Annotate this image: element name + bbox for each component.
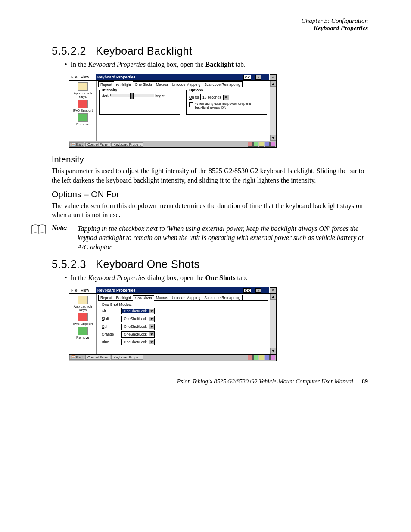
start-button[interactable]: 🪟Start (69, 355, 84, 360)
task-control-panel[interactable]: Control Panel (85, 355, 110, 360)
label-ctrl: Ctrl (102, 324, 118, 329)
header-subject: Keyboard Properties (52, 25, 368, 32)
tray-icon[interactable] (270, 142, 275, 147)
paragraph-intensity: This parameter is used to adjust the lig… (52, 166, 368, 185)
external-power-checkbox[interactable] (189, 102, 193, 107)
ok-button[interactable]: OK (243, 288, 251, 293)
onfor-dropdown[interactable]: 15 seconds▼ (200, 94, 229, 100)
menu-file[interactable]: File (71, 288, 78, 292)
oneshot-modes-label: One Shot Modes: (102, 302, 265, 307)
alt-dropdown[interactable]: OneShot/Lock▼ (121, 308, 155, 314)
tab-backlight[interactable]: Backlight (114, 295, 133, 300)
ctrl-dropdown[interactable]: OneShot/Lock▼ (121, 324, 155, 330)
ipv6-icon[interactable] (78, 313, 88, 321)
label-alt: Alt (102, 309, 118, 313)
taskbar: 🪟Start Control Panel Keyboard Prope... (69, 354, 276, 361)
tray-icon[interactable] (259, 355, 264, 360)
tab-macros[interactable]: Macros (154, 295, 170, 300)
options-group: Options On for 15 seconds▼ When using ex… (186, 90, 267, 115)
footer-manual-title: Psion Teklogix 8525 G2/8530 G2 Vehicle-M… (177, 378, 353, 385)
system-tray (248, 142, 276, 147)
header-chapter: Chapter 5: Configuration (52, 17, 368, 25)
page-number: 89 (362, 378, 368, 385)
orange-dropdown[interactable]: OneShot/Lock▼ (121, 331, 155, 338)
tab-strip: Repeat Backlight One Shots Macros Unicod… (98, 295, 268, 301)
page-footer: Psion Teklogix 8525 G2/8530 G2 Vehicle-M… (52, 378, 368, 385)
tray-icon[interactable] (253, 142, 258, 147)
subheading-options-onfor: Options – ON For (52, 190, 368, 199)
tray-icon[interactable] (259, 142, 264, 147)
scroll-up-icon[interactable]: ▲ (270, 294, 276, 300)
tray-icon[interactable] (270, 355, 275, 360)
sidebar: App Launch Keys IPv6 Support Remove (69, 81, 97, 141)
desktop-icon[interactable] (78, 82, 88, 91)
section-heading-backlight: 5.5.2.2 Keyboard Backlight (52, 45, 368, 57)
tab-unicode[interactable]: Unicode Mapping (170, 295, 202, 300)
task-keyboard-props[interactable]: Keyboard Prope... (111, 355, 143, 360)
task-keyboard-props[interactable]: Keyboard Prope... (111, 142, 143, 147)
tab-unicode[interactable]: Unicode Mapping (170, 81, 202, 87)
label-shift: Shift (102, 317, 118, 321)
tab-scancode[interactable]: Scancode Remapping (202, 295, 243, 300)
tray-icon[interactable] (248, 355, 253, 360)
label-orange: Orange (102, 332, 118, 336)
close-icon[interactable]: × (255, 288, 261, 293)
label-blue: Blue (102, 340, 118, 344)
menu-view[interactable]: View (81, 288, 89, 292)
section-heading-oneshots: 5.5.2.3 Keyboard One Shots (52, 258, 368, 271)
ok-button[interactable]: OK (243, 75, 251, 80)
bullet-oneshots: • In the Keyboard Properties dialog box,… (65, 273, 368, 283)
tray-icon[interactable] (265, 142, 270, 147)
sidebar: App Launch Keys IPv6 Support Remove (69, 294, 97, 354)
screenshot-oneshots: File View Keyboard Properties OK× × App … (69, 287, 277, 361)
intensity-slider[interactable] (110, 94, 154, 97)
intensity-group: Intensity dark bright (99, 90, 180, 115)
scrollbar[interactable]: ▲ ▼ (270, 81, 276, 141)
menubar: File View Keyboard Properties OK× × (69, 287, 276, 294)
page-header: Chapter 5: Configuration Keyboard Proper… (52, 17, 368, 32)
menubar: File View Keyboard Properties OK× × (69, 74, 276, 81)
taskbar: 🪟Start Control Panel Keyboard Prope... (69, 141, 276, 147)
tab-backlight[interactable]: Backlight (114, 82, 133, 87)
tab-repeat[interactable]: Repeat (98, 295, 114, 300)
tray-icon[interactable] (248, 142, 253, 147)
blue-dropdown[interactable]: OneShot/Lock▼ (121, 339, 155, 345)
close-icon[interactable]: × (255, 75, 261, 80)
dialog-body: Repeat Backlight One Shots Macros Unicod… (97, 294, 270, 354)
tray-icon[interactable] (253, 355, 258, 360)
task-control-panel[interactable]: Control Panel (85, 142, 110, 147)
desktop-icon[interactable] (78, 296, 88, 304)
shift-dropdown[interactable]: OneShot/Lock▼ (121, 316, 155, 322)
subheading-intensity: Intensity (52, 155, 368, 165)
outer-close-icon[interactable]: × (270, 74, 276, 81)
menu-file[interactable]: File (71, 75, 78, 79)
scroll-down-icon[interactable]: ▼ (270, 135, 276, 141)
titlebar: Keyboard Properties OK× (96, 74, 269, 80)
dialog-body: Repeat Backlight One Shots Macros Unicod… (97, 81, 270, 141)
tab-scancode[interactable]: Scancode Remapping (202, 81, 243, 87)
remove-icon[interactable] (78, 113, 88, 122)
screenshot-backlight: File View Keyboard Properties OK× × App … (69, 74, 277, 148)
tab-strip: Repeat Backlight One Shots Macros Unicod… (98, 81, 268, 87)
titlebar: Keyboard Properties OK× (96, 287, 269, 293)
tab-macros[interactable]: Macros (154, 81, 170, 87)
book-icon (31, 224, 47, 235)
start-button[interactable]: 🪟Start (69, 142, 84, 147)
paragraph-options-onfor: The value chosen from this dropdown menu… (52, 201, 368, 220)
ipv6-icon[interactable] (78, 100, 88, 108)
note-block: Note: Tapping in the checkbox next to 'W… (26, 224, 368, 252)
system-tray (248, 355, 276, 360)
outer-close-icon[interactable]: × (270, 287, 276, 294)
bullet-backlight: • In the Keyboard Properties dialog box,… (65, 60, 368, 69)
tab-repeat[interactable]: Repeat (98, 81, 114, 87)
scrollbar[interactable]: ▲ ▼ (270, 294, 276, 354)
tab-oneshots[interactable]: One Shots (133, 295, 154, 301)
menu-view[interactable]: View (81, 75, 89, 79)
scroll-down-icon[interactable]: ▼ (270, 348, 276, 354)
tray-icon[interactable] (265, 355, 270, 360)
remove-icon[interactable] (78, 327, 88, 335)
tab-oneshots[interactable]: One Shots (133, 81, 154, 87)
scroll-up-icon[interactable]: ▲ (270, 81, 276, 87)
